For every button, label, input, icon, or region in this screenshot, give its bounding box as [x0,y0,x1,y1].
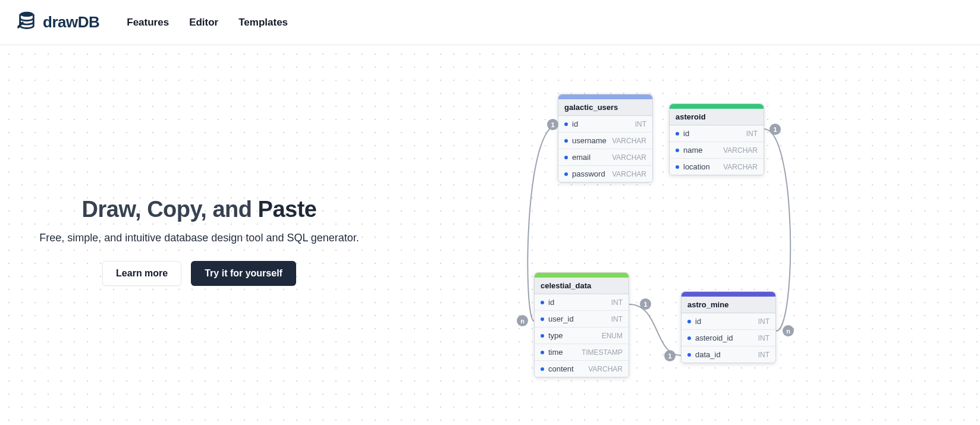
key-dot-icon [541,301,544,304]
key-dot-icon [687,353,691,357]
table-celestial_data[interactable]: celestial_dataidINTuser_idINTtypeENUMtim… [534,272,629,377]
field-name: id [548,298,554,307]
table-field[interactable]: contentVARCHAR [535,361,629,377]
key-dot-icon [564,156,568,159]
table-field[interactable]: idINT [535,294,629,311]
cardinality-label: 1 [547,119,558,130]
table-field[interactable]: idINT [670,125,764,142]
table-title: astro_mine [681,297,775,313]
nav-editor[interactable]: Editor [189,17,218,29]
table-color-bar [558,95,652,99]
table-field[interactable]: asteroid_idINT [681,330,775,347]
key-dot-icon [564,172,568,176]
field-left: user_id [541,314,574,323]
cardinality-label: 1 [769,124,781,135]
table-title: celestial_data [535,278,629,294]
field-type: INT [611,315,623,323]
hero-area: Draw, Copy, and Paste Free, simple, and … [0,45,980,425]
field-name: password [572,169,605,178]
table-title: galactic_users [558,99,652,116]
field-name: type [548,331,563,340]
key-dot-icon [541,334,544,338]
key-dot-icon [541,351,544,354]
field-name: asteroid_id [695,333,733,342]
field-type: VARCHAR [612,153,646,162]
table-field[interactable]: idINT [558,116,652,133]
field-left: location [676,162,710,171]
field-type: VARCHAR [612,170,646,178]
field-left: username [564,136,607,145]
field-left: id [676,129,689,138]
field-left: type [541,331,563,340]
table-galactic_users[interactable]: galactic_usersidINTusernameVARCHARemailV… [558,94,653,182]
field-type: VARCHAR [723,163,758,171]
field-type: INT [758,334,769,342]
field-type: VARCHAR [612,137,646,145]
table-astro_mine[interactable]: astro_mineidINTasteroid_idINTdata_idINT [681,291,776,363]
field-name: content [548,364,574,373]
field-name: username [572,136,607,145]
field-type: INT [746,130,758,138]
key-dot-icon [676,165,679,169]
svg-point-0 [20,12,34,17]
key-dot-icon [687,336,691,340]
table-color-bar [535,273,629,278]
logo-text: drawDB [43,13,99,32]
field-name: id [683,129,689,138]
logo[interactable]: drawDB [17,10,99,34]
diagram: galactic_usersidINTusernameVARCHARemailV… [0,45,980,425]
table-title: asteroid [670,109,764,125]
table-color-bar [681,292,775,297]
key-dot-icon [541,317,544,321]
header: drawDB Features Editor Templates [0,0,980,45]
nav-templates[interactable]: Templates [238,17,288,29]
field-name: id [572,119,578,128]
field-type: TIMESTAMP [582,348,623,357]
cardinality-label: 1 [640,298,651,310]
field-left: time [541,348,563,357]
field-left: content [541,364,574,373]
field-left: email [564,153,590,162]
field-left: id [687,317,701,326]
field-type: INT [611,298,623,307]
nav: Features Editor Templates [127,17,288,29]
field-type: INT [635,120,646,128]
field-left: id [564,119,578,128]
cardinality-label: n [517,315,528,326]
field-left: id [541,298,554,307]
field-type: VARCHAR [723,146,758,155]
field-left: data_id [687,350,721,359]
field-type: ENUM [602,332,623,340]
table-field[interactable]: locationVARCHAR [670,159,764,175]
field-type: INT [758,351,769,359]
field-name: name [683,146,703,155]
table-field[interactable]: usernameVARCHAR [558,133,652,149]
table-field[interactable]: timeTIMESTAMP [535,344,629,361]
field-left: asteroid_id [687,333,733,342]
nav-features[interactable]: Features [127,17,169,29]
cardinality-label: 1 [664,350,676,361]
table-asteroid[interactable]: asteroididINTnameVARCHARlocationVARCHAR [669,103,764,175]
table-color-bar [670,104,764,109]
field-name: time [548,348,563,357]
field-name: location [683,162,710,171]
field-name: user_id [548,314,574,323]
key-dot-icon [687,320,691,323]
key-dot-icon [676,149,679,152]
database-icon [17,10,37,34]
table-field[interactable]: data_idINT [681,347,775,363]
field-type: VARCHAR [588,365,623,373]
table-field[interactable]: nameVARCHAR [670,142,764,159]
field-type: INT [758,317,769,326]
key-dot-icon [541,367,544,371]
table-field[interactable]: user_idINT [535,311,629,328]
field-name: id [695,317,701,326]
key-dot-icon [564,139,568,143]
table-field[interactable]: idINT [681,313,775,330]
field-name: data_id [695,350,721,359]
table-field[interactable]: passwordVARCHAR [558,166,652,182]
field-left: name [676,146,703,155]
key-dot-icon [564,122,568,126]
table-field[interactable]: emailVARCHAR [558,149,652,166]
table-field[interactable]: typeENUM [535,328,629,344]
